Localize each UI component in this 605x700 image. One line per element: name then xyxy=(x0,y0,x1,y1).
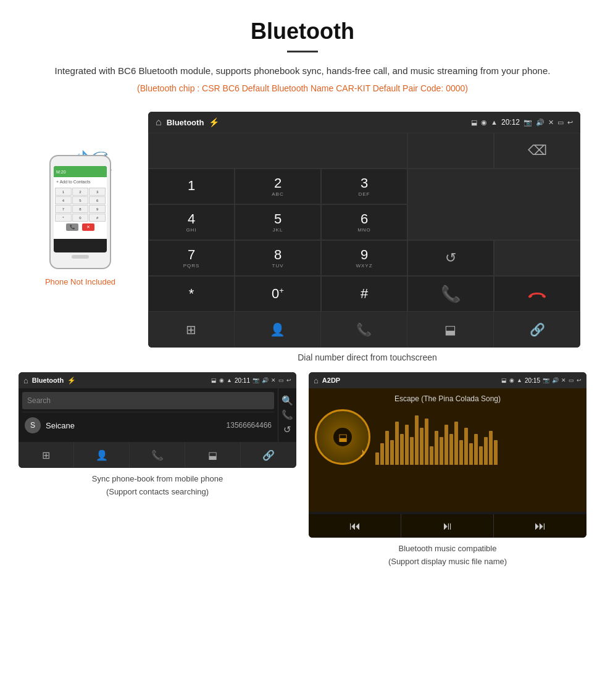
end-call-button[interactable] xyxy=(494,276,580,312)
key-2-main: 2 xyxy=(274,177,282,190)
dial-time: 20:12 xyxy=(501,118,520,127)
phone-screen: M:20 + Add to Contacts 1 2 3 4 5 6 7 8 xyxy=(54,166,107,252)
phonebook-side-icons: 🔍 📞 ↺ xyxy=(278,388,296,442)
pb-usb-icon: ⚡ xyxy=(67,377,76,385)
dial-statusbar: ⌂ Bluetooth ⚡ ⬓ ◉ ▲ 20:12 📷 🔊 ✕ ▭ ↩ xyxy=(148,112,580,133)
dial-input-display[interactable] xyxy=(148,133,407,169)
key-hash[interactable]: # xyxy=(321,276,407,312)
eq-bar xyxy=(474,434,478,465)
key-4[interactable]: 4 GHI xyxy=(148,204,235,240)
pb-win-icon: ▭ xyxy=(278,377,284,383)
pb-back-icon[interactable]: ↩ xyxy=(286,377,291,383)
phone-key-hash[interactable]: # xyxy=(89,214,106,222)
pb-link-btn[interactable]: 🔗 xyxy=(241,442,296,468)
eq-bar xyxy=(405,425,409,465)
key-5-main: 5 xyxy=(274,212,282,226)
key-8[interactable]: 8 TUV xyxy=(235,240,321,276)
end-call-icon xyxy=(528,288,546,300)
phone-keypad: 1 2 3 4 5 6 7 8 9 * 0 # xyxy=(55,188,106,222)
pb-time: 20:11 xyxy=(235,377,250,384)
refresh-button[interactable]: ↺ xyxy=(407,240,494,276)
music-screen: ⌂ A2DP ⬓ ◉ ▲ 20:15 📷 🔊 ✕ ▭ ↩ Escape (The… xyxy=(309,372,586,538)
play-pause-button[interactable]: ⏯ xyxy=(401,514,494,538)
pb-phone-btn[interactable]: 📞 xyxy=(130,442,185,468)
usb-icon: ⚡ xyxy=(209,117,219,127)
phonebook-caption: Sync phone-book from mobile phone (Suppo… xyxy=(92,473,223,499)
pb-statusbar-right: ⬓ ◉ ▲ 20:11 📷 🔊 ✕ ▭ ↩ xyxy=(211,377,291,384)
pb-vol-icon: 🔊 xyxy=(262,377,269,383)
music-panel: ⌂ A2DP ⬓ ◉ ▲ 20:15 📷 🔊 ✕ ▭ ↩ Escape (The… xyxy=(309,372,586,569)
eq-bar xyxy=(430,446,433,465)
pb-home-icon[interactable]: ⌂ xyxy=(23,376,28,385)
phone-key-1[interactable]: 1 xyxy=(55,188,72,196)
bt-music-icon: ⬓ xyxy=(338,431,348,443)
window-icon: ▭ xyxy=(557,119,564,127)
home-icon[interactable]: ⌂ xyxy=(156,117,162,128)
music-back-icon[interactable]: ↩ xyxy=(577,377,582,383)
phone-key-9[interactable]: 9 xyxy=(89,205,106,213)
eq-bar xyxy=(469,443,473,465)
call-side-icon[interactable]: 📞 xyxy=(282,409,293,420)
phone-key-6[interactable]: 6 xyxy=(89,196,106,204)
toolbar-dialpad[interactable]: ⊞ xyxy=(148,312,235,348)
key-3[interactable]: 3 DEF xyxy=(321,169,407,204)
music-body: Escape (The Pina Colada Song) ⬓ ♪ xyxy=(309,388,586,512)
toolbar-contacts[interactable]: 👤 xyxy=(235,312,321,348)
key-6[interactable]: 6 MNO xyxy=(321,204,407,240)
eq-bar xyxy=(410,437,414,465)
dial-row5: * 0+ # 📞 xyxy=(148,276,580,312)
prev-button[interactable]: ⏮ xyxy=(309,514,401,538)
music-time: 20:15 xyxy=(525,377,540,384)
back-icon[interactable]: ↩ xyxy=(567,119,573,127)
key-0[interactable]: 0+ xyxy=(235,276,321,312)
phone-not-included-label: Phone Not Included xyxy=(45,277,115,286)
key-5[interactable]: 5 JKL xyxy=(235,204,321,240)
phone-image: 🌊 ⬓ M:20 + Add xyxy=(46,149,114,272)
key-4-sub: GHI xyxy=(186,227,196,233)
key-6-sub: MNO xyxy=(357,227,371,233)
toolbar-phone[interactable]: 📞 xyxy=(321,312,407,348)
bottom-panels: ⌂ Bluetooth ⚡ ⬓ ◉ ▲ 20:11 📷 🔊 ✕ ▭ ↩ xyxy=(0,372,605,587)
phone-key-4[interactable]: 4 xyxy=(55,196,72,204)
call-status: M:20 xyxy=(56,170,104,174)
phone-screen-top: M:20 xyxy=(54,166,107,177)
key-2-sub: ABC xyxy=(272,191,283,197)
pb-bt-btn[interactable]: ⬓ xyxy=(185,442,241,468)
phone-key-0[interactable]: 0 xyxy=(72,214,89,222)
backspace-button[interactable]: ⌫ xyxy=(494,133,580,169)
phone-key-8[interactable]: 8 xyxy=(72,205,89,213)
phone-key-3[interactable]: 3 xyxy=(89,188,106,196)
music-home-icon[interactable]: ⌂ xyxy=(314,376,319,385)
search-bar[interactable]: Search xyxy=(22,392,274,409)
location-icon: ◉ xyxy=(481,119,487,127)
phone-key-5[interactable]: 5 xyxy=(72,196,89,204)
music-note-icon: ♪ xyxy=(359,446,365,460)
key-7[interactable]: 7 PQRS xyxy=(148,240,235,276)
key-1[interactable]: 1 xyxy=(148,169,235,204)
phone-key-7[interactable]: 7 xyxy=(55,205,72,213)
key-star-main: * xyxy=(189,287,194,301)
key-9[interactable]: 9 WXYZ xyxy=(321,240,407,276)
album-art: ⬓ ♪ xyxy=(315,409,370,465)
main-section: 🌊 ⬓ M:20 + Add xyxy=(0,112,605,372)
phone-key-2[interactable]: 2 xyxy=(72,188,89,196)
next-button[interactable]: ⏭ xyxy=(494,514,586,538)
call-button[interactable]: 📞 xyxy=(407,276,494,312)
toolbar-link[interactable]: 🔗 xyxy=(494,312,580,348)
key-7-main: 7 xyxy=(188,248,195,262)
mini-call-btn[interactable]: 📞 xyxy=(66,223,78,231)
toolbar-bluetooth[interactable]: ⬓ xyxy=(407,312,494,348)
pb-dialpad-btn[interactable]: ⊞ xyxy=(19,442,74,468)
music-equalizer xyxy=(375,409,580,465)
key-6-main: 6 xyxy=(361,212,368,226)
search-side-icon[interactable]: 🔍 xyxy=(282,395,293,406)
mini-end-btn[interactable]: ✕ xyxy=(82,223,94,231)
pb-contact-btn[interactable]: 👤 xyxy=(74,442,130,468)
phonebook-screen: ⌂ Bluetooth ⚡ ⬓ ◉ ▲ 20:11 📷 🔊 ✕ ▭ ↩ xyxy=(19,372,296,468)
key-star[interactable]: * xyxy=(148,276,235,312)
key-2[interactable]: 2 ABC xyxy=(235,169,321,204)
music-app-name: A2DP xyxy=(322,377,340,384)
phone-key-star[interactable]: * xyxy=(55,214,72,222)
dial-empty-right xyxy=(407,169,580,240)
refresh-side-icon[interactable]: ↺ xyxy=(283,424,291,435)
